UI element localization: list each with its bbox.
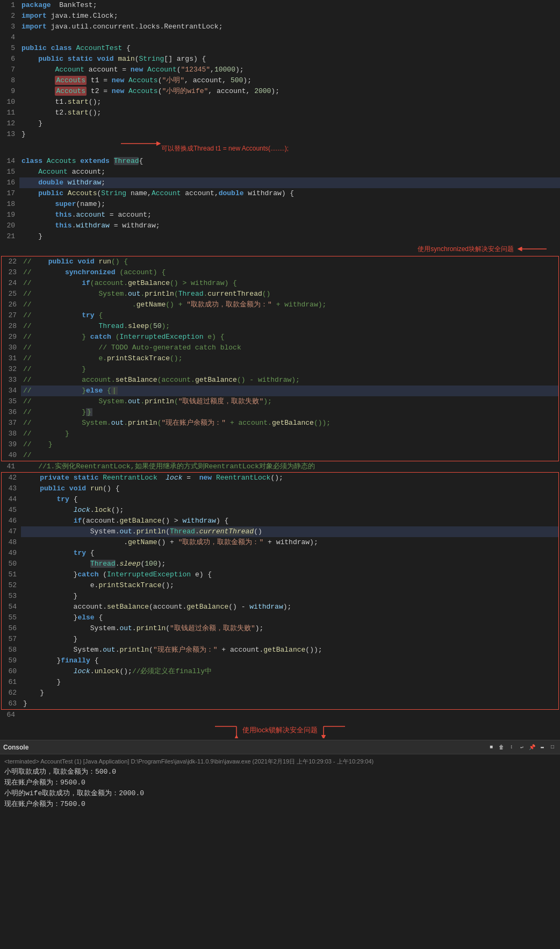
code-line-38: 38 // } [2,429,558,439]
code-line-60: 60 lock.unlock();//必须定义在finally中 [2,666,558,677]
code-line-5: 5 public class AccountTest { [0,43,560,54]
arrow-3-svg [212,722,239,738]
annotation-1: 可以替换成Thread t1 = new Accounts(........); [118,141,289,156]
code-editor: 1 package BankTest; 2 import java.time.C… [0,0,560,740]
code-line-32: 32 // } [2,364,558,375]
code-line-40: 40 // [2,450,558,461]
scroll-lock-icon[interactable]: ↕ [507,743,516,752]
code-line-12: 12 } [0,118,560,129]
code-line-6: 6 public static void main(String[] args)… [0,54,560,65]
code-line-4: 4 [0,32,560,43]
code-line-25: 25 // System.out.println(Thread.currentT… [2,289,558,299]
code-line-53: 53 } [2,591,558,602]
code-line-13: 13 } [0,129,560,140]
code-line-10: 10 t1.start(); [0,97,560,108]
console-output-line-3: 小明的wife取款成功，取款金额为：2000.0 [4,788,556,799]
code-line-59: 59 }finally { [2,655,558,666]
code-line-44: 44 try { [2,494,558,505]
annotation-1-text: 可以替换成Thread t1 = new Accounts(........); [161,144,289,153]
code-line-35: 35 // System.out.println("取钱超过额度，取款失败"); [2,396,558,407]
code-line-37: 37 // System.out.println("现在账户余额为：" + ac… [2,418,558,429]
code-line-7: 7 Account account = new Account("12345",… [0,65,560,75]
pin-icon[interactable]: 📌 [528,743,536,752]
code-line-45: 45 lock.lock(); [2,505,558,516]
code-line-21: 21 } [0,231,560,242]
minimize-console-icon[interactable]: ▬ [538,743,547,752]
code-line-29: 29 // } catch (InterruptedException e) { [2,332,558,343]
code-line-55: 55 }else { [2,612,558,623]
stop-console-icon[interactable]: ■ [487,743,496,752]
arrow-2-svg [517,244,549,254]
annotation-row-1: 可以替换成Thread t1 = new Accounts(........); [0,140,560,156]
code-line-28: 28 // Thread.sleep(50); [2,321,558,332]
code-line-49: 49 try { [2,548,558,559]
code-line-42: 42 private static ReentrantLock lock = n… [2,473,558,483]
code-line-36: 36 // }} [2,407,558,418]
console-panel: Console ■ 🗑 ↕ ↩ 📌 ▬ □ <terminated> Accou… [0,740,560,812]
code-line-16: 16 double withdraw; [0,177,560,188]
code-line-22: 22 // public void run() { [2,256,558,267]
active-block: 42 private static ReentrantLock lock = n… [1,472,559,710]
arrow-3b-svg [321,722,348,738]
code-lines: 1 package BankTest; 2 import java.time.C… [0,0,560,740]
code-line-8: 8 Accouts t1 = new Accouts("小明", account… [0,75,560,86]
commented-block: 22 // public void run() { 23 // synchron… [1,256,559,461]
annotation-3-text: 使用lock锁解决安全问题 [242,725,318,735]
code-line-58: 58 System.out.println("现在账户余额为：" + accou… [2,645,558,655]
console-toolbar: Console ■ 🗑 ↕ ↩ 📌 ▬ □ [0,740,560,754]
code-line-24: 24 // if(account.getBalance() > withdraw… [2,278,558,289]
code-line-33: 33 // account.setBalance(account.getBala… [2,375,558,386]
code-line-46: 46 if(account.getBalance() > withdraw) { [2,516,558,526]
code-line-51: 51 }catch (InterruptedException e) { [2,569,558,580]
code-line-41: 41 //1.实例化ReentrantLock,如果使用继承的方式则Reentr… [0,461,560,472]
code-line-18: 18 super(name); [0,199,560,210]
code-line-56: 56 System.out.println("取钱超过余额，取款失败"); [2,623,558,634]
code-line-17: 17 public Accouts(String name,Account ac… [0,188,560,199]
annotation-2: 使用synchronized块解决安全问题 [418,244,549,254]
code-line-31: 31 // e.printStackTrace(); [2,353,558,364]
code-line-52: 52 e.printStackTrace(); [2,580,558,591]
clear-console-icon[interactable]: 🗑 [497,743,506,752]
code-line-26: 26 // .getName() + "取款成功，取款金额为：" + withd… [2,299,558,310]
code-line-39: 39 // } [2,439,558,450]
code-line-3: 3 import java.util.concurrent.locks.Reen… [0,22,560,32]
code-line-15: 15 Account account; [0,167,560,177]
code-line-34: 34 // }else {| [2,386,558,396]
word-wrap-icon[interactable]: ↩ [518,743,526,752]
annotation-2-text: 使用synchronized块解决安全问题 [418,245,514,254]
console-title: Console [3,744,28,751]
code-line-2: 2 import java.time.Clock; [0,11,560,22]
code-line-19: 19 this.account = account; [0,210,560,220]
console-output-line-1: 小明取款成功，取款金额为：500.0 [4,767,556,777]
code-line-30: 30 // // TODO Auto-generated catch block [2,343,558,353]
arrow-1-svg [118,141,161,156]
annotation-row-3: 使用lock锁解决安全问题 [0,720,560,740]
console-terminated-text: <terminated> AccountTest (1) [Java Appli… [4,757,556,767]
code-line-57: 57 } [2,634,558,645]
code-line-9: 9 Accouts t2 = new Accouts("小明的wife", ac… [0,86,560,97]
code-line-61: 61 } [2,677,558,688]
code-line-11: 11 t2.start(); [0,108,560,118]
code-line-1: 1 package BankTest; [0,0,560,11]
code-line-27: 27 // try { [2,310,558,321]
code-line-20: 20 this.withdraw = withdraw; [0,220,560,231]
maximize-console-icon[interactable]: □ [548,743,557,752]
code-line-54: 54 account.setBalance(account.getBalance… [2,602,558,612]
code-line-50: 50 Thread.sleep(100); [2,559,558,569]
code-line-43: 43 public void run() { [2,483,558,494]
console-output-line-4: 现在账户余额为：7500.0 [4,799,556,810]
annotation-row-2: 使用synchronized块解决安全问题 [0,242,560,256]
console-icons: ■ 🗑 ↕ ↩ 📌 ▬ □ [487,743,557,752]
console-output-line-2: 现在账户余额为：9500.0 [4,777,556,788]
code-line-48: 48 .getName() + "取款成功，取款金额为：" + withdraw… [2,537,558,548]
code-line-63: 63 } [2,698,558,709]
code-line-62: 62 } [2,688,558,698]
code-line-14: 14 class Accouts extends Thread{ [0,156,560,167]
code-line-64: 64 [0,710,560,720]
editor-area: 1 package BankTest; 2 import java.time.C… [0,0,560,740]
console-content: <terminated> AccountTest (1) [Java Appli… [0,754,560,812]
annotation-3: 使用lock锁解决安全问题 [212,722,348,738]
code-line-23: 23 // synchronized (account) { [2,267,558,278]
code-line-47: 47 System.out.println(Thread.currentThre… [2,526,558,537]
console-output: 小明取款成功，取款金额为：500.0 现在账户余额为：9500.0 小明的wif… [4,767,556,810]
